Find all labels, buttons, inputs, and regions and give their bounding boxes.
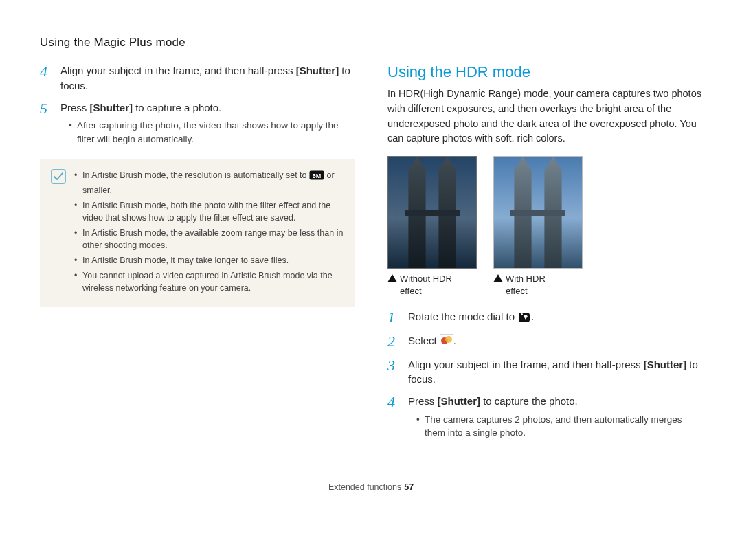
step-text-a: Align your subject in the frame, and the… (60, 65, 296, 76)
step-2-right: 2 Select . (387, 333, 702, 350)
image-without-hdr-wrap: Without HDR effect (387, 156, 477, 297)
step-number: 2 (387, 333, 400, 350)
caption-line2: effect (506, 286, 528, 296)
step-number: 4 (387, 394, 400, 441)
left-column: 4 Align your subject in the frame, and t… (40, 63, 355, 448)
mode-dial-icon (517, 311, 531, 326)
image-with-hdr-wrap: With HDR effect (493, 156, 583, 297)
note-list: In Artistic Brush mode, the resolution i… (74, 169, 344, 297)
note-item: You cannot upload a video captured in Ar… (74, 269, 344, 294)
step-text-b: . (531, 311, 534, 322)
note-item: In Artistic Brush mode, it may take long… (74, 254, 344, 267)
step-bold: [Shutter] (90, 102, 133, 113)
resolution-5m-icon: 5M (309, 170, 324, 183)
step-text-a: Select (408, 335, 440, 346)
section-title-hdr: Using the HDR mode (387, 63, 702, 81)
step-sub-list: After capturing the photo, the video tha… (69, 119, 355, 146)
caption-line1: With HDR (506, 273, 546, 284)
step-3-right: 3 Align your subject in the frame, and t… (387, 357, 702, 388)
step-sub-list: The camera captures 2 photos, and then a… (416, 413, 702, 440)
page-footer: Extended functions57 (40, 482, 702, 492)
step-text-a: Align your subject in the frame, and the… (408, 359, 644, 370)
caption-line2: effect (400, 286, 422, 296)
step-4-left: 4 Align your subject in the frame, and t… (40, 63, 355, 93)
footer-label: Extended functions (328, 482, 401, 492)
step-number: 5 (40, 100, 52, 148)
svg-point-6 (445, 336, 452, 343)
step-bold: [Shutter] (296, 65, 339, 76)
hdr-intro: In HDR(High Dynamic Range) mode, your ca… (387, 87, 702, 146)
step-text: Align your subject in the frame, and the… (60, 63, 355, 93)
image-with-hdr (493, 156, 583, 269)
step-text-a: Press (408, 395, 438, 407)
step-text-b: to capture a photo. (133, 102, 221, 113)
step-number: 3 (387, 357, 400, 388)
step-text: Press [Shutter] to capture the photo. Th… (408, 394, 702, 441)
note-icon (51, 169, 66, 184)
page-header: Using the Magic Plus mode (40, 36, 702, 49)
step-text-a: Rotate the mode dial to (408, 311, 517, 322)
step-number: 4 (40, 63, 52, 93)
step-text: Select . (408, 333, 456, 350)
step-text-b: to capture the photo. (480, 395, 578, 407)
note-item: In Artistic Brush mode, the available zo… (74, 227, 344, 251)
image-without-hdr (387, 156, 477, 269)
note-box: In Artistic Brush mode, the resolution i… (40, 159, 355, 306)
caption-line1: Without HDR (400, 273, 452, 284)
step-bold: [Shutter] (438, 395, 481, 407)
step-text: Press [Shutter] to capture a photo. Afte… (60, 100, 355, 148)
svg-rect-0 (52, 170, 65, 183)
caption-with-hdr: With HDR effect (493, 273, 583, 297)
step-sub-item: After capturing the photo, the video tha… (69, 119, 355, 146)
triangle-up-icon (493, 274, 503, 282)
note-item: In Artistic Brush mode, the resolution i… (74, 169, 344, 196)
step-1-right: 1 Rotate the mode dial to . (387, 309, 702, 326)
right-column: Using the HDR mode In HDR(High Dynamic R… (387, 63, 702, 448)
triangle-up-icon (387, 274, 397, 282)
step-4-right: 4 Press [Shutter] to capture the photo. … (387, 394, 702, 441)
step-text: Rotate the mode dial to . (408, 309, 534, 326)
page-number: 57 (404, 482, 414, 492)
comparison-images: Without HDR effect With HDR effect (387, 156, 702, 297)
step-sub-item: The camera captures 2 photos, and then a… (416, 413, 702, 440)
step-text: Align your subject in the frame, and the… (408, 357, 702, 388)
svg-text:5M: 5M (313, 172, 322, 179)
step-bold: [Shutter] (644, 359, 687, 370)
step-number: 1 (387, 309, 400, 326)
step-text-a: Press (60, 102, 90, 113)
step-5-left: 5 Press [Shutter] to capture a photo. Af… (40, 100, 355, 148)
note-item: In Artistic Brush mode, both the photo w… (74, 199, 344, 224)
hdr-select-icon (440, 334, 453, 350)
step-text-b: . (453, 335, 456, 346)
caption-without-hdr: Without HDR effect (387, 273, 477, 297)
note-pre: In Artistic Brush mode, the resolution i… (82, 170, 309, 180)
svg-point-3 (521, 313, 523, 315)
